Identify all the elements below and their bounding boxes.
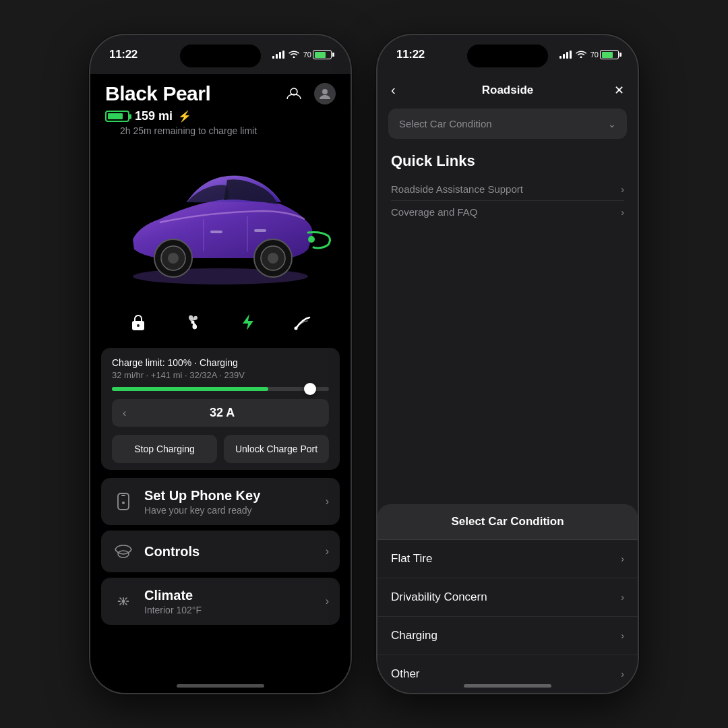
svg-point-8: [268, 253, 278, 264]
charge-time: 2h 25m remaining to charge limit: [105, 125, 336, 136]
drivability-chevron: ›: [621, 592, 624, 603]
quick-controls: [90, 297, 351, 348]
wifi-icon-right: [576, 49, 586, 60]
car-header: Black Pearl: [90, 74, 351, 142]
unlock-charge-port-button[interactable]: Unlock Charge Port: [224, 435, 329, 463]
dynamic-island-right: [467, 44, 548, 67]
roadside-header: ‹ Roadside ✕: [377, 74, 638, 109]
flat-tire-chevron: ›: [621, 553, 624, 564]
phone-key-subtitle: Have your key card ready: [144, 505, 316, 516]
controls-menu-item[interactable]: Controls ›: [101, 530, 340, 572]
car-name: Black Pearl: [105, 82, 210, 105]
left-phone-content: Black Pearl: [90, 74, 351, 693]
signal-icon-right: [559, 51, 572, 59]
status-icons-right: 70: [559, 49, 619, 60]
bottom-sheet-header: Select Car Condition: [377, 504, 638, 540]
lightning-icon[interactable]: [233, 307, 263, 337]
quick-link-coverage-faq[interactable]: Coverage and FAQ ›: [391, 201, 624, 223]
charge-info-primary: Charge limit: 100% · Charging: [112, 357, 329, 368]
roadside-support-chevron: ›: [621, 184, 624, 195]
dynamic-island: [180, 44, 261, 67]
select-condition-dropdown[interactable]: Select Car Condition ⌄: [388, 109, 627, 139]
coverage-faq-text: Coverage and FAQ: [391, 206, 477, 218]
charge-progress-bar[interactable]: [112, 387, 329, 391]
charging-condition-chevron: ›: [621, 630, 624, 641]
charge-progress-thumb: [304, 383, 316, 395]
status-icons-left: 70: [272, 49, 332, 60]
quick-link-roadside-support[interactable]: Roadside Assistance Support ›: [391, 178, 624, 201]
drivability-text: Drivability Concern: [391, 590, 487, 604]
svg-rect-17: [121, 495, 125, 496]
phone-key-title: Set Up Phone Key: [144, 487, 316, 504]
wifi-icon: [289, 49, 299, 60]
lock-icon[interactable]: [123, 307, 153, 337]
car-image: [90, 142, 351, 297]
charge-card: Charge limit: 100% · Charging 32 mi/hr ·…: [101, 348, 340, 470]
coverage-faq-chevron: ›: [621, 207, 624, 218]
climate-title: Climate: [144, 587, 316, 603]
svg-point-1: [322, 89, 328, 94]
svg-rect-11: [210, 231, 222, 233]
svg-point-18: [122, 502, 125, 504]
bottom-sheet-title: Select Car Condition: [451, 515, 564, 528]
signal-icon: [272, 51, 284, 59]
battery-indicator-left: 70: [303, 50, 332, 59]
amp-value: 32 A: [126, 406, 318, 420]
back-button[interactable]: ‹: [391, 82, 411, 98]
time-right: 11:22: [396, 48, 425, 61]
charging-condition-text: Charging: [391, 629, 437, 642]
controls-title: Controls: [144, 543, 316, 559]
car-svg: [106, 152, 335, 286]
time-left: 11:22: [109, 48, 138, 61]
select-condition-text: Select Car Condition: [399, 118, 492, 129]
svg-point-13: [137, 324, 140, 327]
home-indicator-right: [464, 684, 551, 688]
other-text: Other: [391, 667, 420, 681]
phone-key-menu-item[interactable]: Set Up Phone Key Have your key card read…: [101, 478, 340, 525]
controls-chevron: ›: [326, 545, 329, 557]
left-phone: 11:22 70: [89, 34, 352, 694]
quick-links-section: Quick Links Roadside Assistance Support …: [377, 152, 638, 231]
condition-flat-tire[interactable]: Flat Tire ›: [377, 540, 638, 578]
climate-menu-item[interactable]: Climate Interior 102°F ›: [101, 578, 340, 625]
svg-point-9: [308, 236, 315, 243]
svg-point-15: [295, 327, 298, 330]
avatar[interactable]: [314, 83, 336, 104]
condition-charging[interactable]: Charging ›: [377, 617, 638, 655]
dropdown-chevron-icon: ⌄: [608, 119, 616, 129]
wiper-icon[interactable]: [288, 307, 317, 337]
profile-icon[interactable]: [283, 83, 305, 104]
charge-bolt-icon: ⚡: [178, 110, 191, 123]
svg-rect-10: [254, 229, 266, 232]
roadside-support-text: Roadside Assistance Support: [391, 183, 523, 195]
other-chevron: ›: [621, 669, 624, 679]
charge-progress-fill: [112, 387, 268, 391]
fan-icon[interactable]: [178, 307, 208, 337]
battery-indicator-right: 70: [590, 50, 619, 59]
roadside-title: Roadside: [482, 84, 534, 97]
header-icons: [283, 83, 336, 104]
flat-tire-text: Flat Tire: [391, 552, 432, 566]
controls-icon: [112, 540, 135, 563]
right-phone: 11:22 70: [376, 34, 639, 694]
home-indicator-left: [177, 684, 264, 688]
phone-key-icon: [112, 490, 135, 513]
svg-point-5: [168, 253, 179, 264]
close-button[interactable]: ✕: [604, 83, 624, 98]
climate-icon: [112, 590, 135, 613]
condition-drivability[interactable]: Drivability Concern ›: [377, 578, 638, 617]
charge-action-buttons: Stop Charging Unlock Charge Port: [112, 435, 329, 463]
charge-info-secondary: 32 mi/hr · +141 mi · 32/32A · 239V: [112, 370, 329, 380]
battery-bar: [105, 111, 129, 122]
charge-amp-control: ‹ 32 A: [112, 399, 329, 427]
stop-charging-button[interactable]: Stop Charging: [112, 435, 217, 463]
condition-bottom-sheet: Select Car Condition Flat Tire › Drivabi…: [377, 504, 638, 693]
climate-chevron: ›: [326, 595, 329, 607]
quick-links-title: Quick Links: [391, 152, 624, 170]
mileage: 159 mi: [135, 109, 173, 123]
climate-subtitle: Interior 102°F: [144, 605, 316, 615]
right-phone-content: ‹ Roadside ✕ Select Car Condition ⌄ Quic…: [377, 74, 638, 693]
phone-key-chevron: ›: [326, 495, 329, 508]
